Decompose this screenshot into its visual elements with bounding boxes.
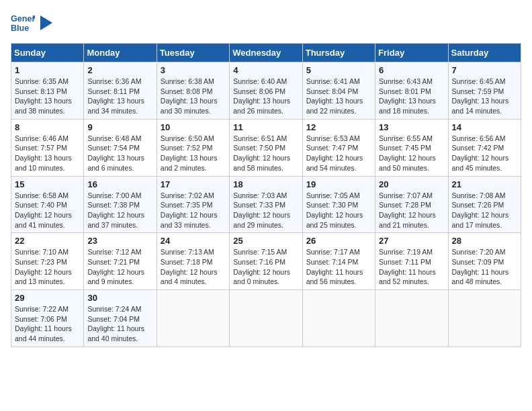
day-info: Sunrise: 7:17 AM Sunset: 7:14 PM Dayligh… — [306, 247, 371, 287]
weekday-header: Thursday — [302, 44, 375, 62]
weekday-header: Saturday — [448, 44, 521, 62]
day-number: 14 — [452, 122, 517, 132]
day-info: Sunrise: 7:13 AM Sunset: 7:18 PM Dayligh… — [161, 247, 226, 287]
day-info: Sunrise: 6:53 AM Sunset: 7:47 PM Dayligh… — [306, 134, 371, 173]
calendar-cell: 8Sunrise: 6:46 AM Sunset: 7:57 PM Daylig… — [11, 119, 84, 176]
calendar-cell: 24Sunrise: 7:13 AM Sunset: 7:18 PM Dayli… — [157, 233, 229, 290]
day-info: Sunrise: 6:55 AM Sunset: 7:45 PM Dayligh… — [379, 134, 444, 173]
day-info: Sunrise: 6:58 AM Sunset: 7:40 PM Dayligh… — [15, 191, 80, 230]
svg-marker-3 — [40, 15, 52, 30]
day-info: Sunrise: 6:36 AM Sunset: 8:11 PM Dayligh… — [87, 77, 152, 116]
calendar-cell: 13Sunrise: 6:55 AM Sunset: 7:45 PM Dayli… — [375, 119, 448, 176]
calendar-cell: 20Sunrise: 7:07 AM Sunset: 7:28 PM Dayli… — [375, 176, 448, 233]
day-number: 11 — [233, 122, 298, 132]
day-number: 25 — [233, 236, 298, 246]
calendar-cell — [157, 290, 229, 347]
calendar-cell: 16Sunrise: 7:00 AM Sunset: 7:38 PM Dayli… — [84, 176, 157, 233]
logo-arrow-icon — [40, 15, 52, 30]
day-number: 7 — [452, 65, 517, 75]
calendar-cell: 22Sunrise: 7:10 AM Sunset: 7:23 PM Dayli… — [11, 233, 84, 290]
calendar-cell: 18Sunrise: 7:03 AM Sunset: 7:33 PM Dayli… — [230, 176, 302, 233]
calendar-cell: 27Sunrise: 7:19 AM Sunset: 7:11 PM Dayli… — [375, 233, 448, 290]
calendar-cell: 11Sunrise: 6:51 AM Sunset: 7:50 PM Dayli… — [230, 119, 302, 176]
logo-icon: General Blue — [11, 11, 35, 35]
day-number: 1 — [15, 65, 80, 75]
weekday-header-row: SundayMondayTuesdayWednesdayThursdayFrid… — [11, 44, 521, 62]
day-info: Sunrise: 6:45 AM Sunset: 7:59 PM Dayligh… — [452, 77, 517, 116]
calendar-header: SundayMondayTuesdayWednesdayThursdayFrid… — [11, 44, 521, 62]
day-info: Sunrise: 6:43 AM Sunset: 8:01 PM Dayligh… — [379, 77, 444, 116]
calendar-cell: 9Sunrise: 6:48 AM Sunset: 7:54 PM Daylig… — [84, 119, 157, 176]
logo: General Blue — [11, 11, 52, 35]
day-info: Sunrise: 6:41 AM Sunset: 8:04 PM Dayligh… — [306, 77, 371, 116]
day-number: 30 — [87, 293, 152, 303]
calendar-cell — [302, 290, 375, 347]
calendar-week-row: 1Sunrise: 6:35 AM Sunset: 8:13 PM Daylig… — [11, 62, 521, 120]
day-info: Sunrise: 7:05 AM Sunset: 7:30 PM Dayligh… — [306, 191, 371, 230]
calendar-cell: 23Sunrise: 7:12 AM Sunset: 7:21 PM Dayli… — [84, 233, 157, 290]
calendar-cell: 21Sunrise: 7:08 AM Sunset: 7:26 PM Dayli… — [448, 176, 521, 233]
day-number: 18 — [233, 179, 298, 189]
day-info: Sunrise: 7:20 AM Sunset: 7:09 PM Dayligh… — [452, 247, 517, 287]
weekday-header: Wednesday — [230, 44, 302, 62]
day-number: 12 — [306, 122, 371, 132]
day-number: 3 — [161, 65, 226, 75]
calendar-week-row: 15Sunrise: 6:58 AM Sunset: 7:40 PM Dayli… — [11, 176, 521, 233]
day-info: Sunrise: 6:38 AM Sunset: 8:08 PM Dayligh… — [161, 77, 226, 116]
day-info: Sunrise: 6:48 AM Sunset: 7:54 PM Dayligh… — [87, 134, 152, 173]
day-info: Sunrise: 7:08 AM Sunset: 7:26 PM Dayligh… — [452, 191, 517, 230]
calendar-cell — [448, 290, 521, 347]
calendar-cell: 5Sunrise: 6:41 AM Sunset: 8:04 PM Daylig… — [302, 62, 375, 120]
day-number: 10 — [161, 122, 226, 132]
calendar-cell: 14Sunrise: 6:56 AM Sunset: 7:42 PM Dayli… — [448, 119, 521, 176]
weekday-header: Monday — [84, 44, 157, 62]
calendar-table: SundayMondayTuesdayWednesdayThursdayFrid… — [11, 43, 521, 347]
day-info: Sunrise: 6:46 AM Sunset: 7:57 PM Dayligh… — [15, 134, 80, 173]
day-number: 13 — [379, 122, 444, 132]
day-info: Sunrise: 6:50 AM Sunset: 7:52 PM Dayligh… — [161, 134, 226, 173]
day-info: Sunrise: 7:12 AM Sunset: 7:21 PM Dayligh… — [87, 247, 152, 287]
day-info: Sunrise: 7:15 AM Sunset: 7:16 PM Dayligh… — [233, 247, 298, 287]
day-info: Sunrise: 7:02 AM Sunset: 7:35 PM Dayligh… — [161, 191, 226, 230]
calendar-week-row: 8Sunrise: 6:46 AM Sunset: 7:57 PM Daylig… — [11, 119, 521, 176]
day-number: 2 — [87, 65, 152, 75]
day-number: 4 — [233, 65, 298, 75]
day-number: 24 — [161, 236, 226, 246]
calendar-cell: 1Sunrise: 6:35 AM Sunset: 8:13 PM Daylig… — [11, 62, 84, 120]
day-info: Sunrise: 7:24 AM Sunset: 7:04 PM Dayligh… — [87, 304, 152, 344]
day-info: Sunrise: 7:07 AM Sunset: 7:28 PM Dayligh… — [379, 191, 444, 230]
calendar-cell: 26Sunrise: 7:17 AM Sunset: 7:14 PM Dayli… — [302, 233, 375, 290]
calendar-cell: 25Sunrise: 7:15 AM Sunset: 7:16 PM Dayli… — [230, 233, 302, 290]
calendar-cell: 17Sunrise: 7:02 AM Sunset: 7:35 PM Dayli… — [157, 176, 229, 233]
day-number: 6 — [379, 65, 444, 75]
calendar-week-row: 22Sunrise: 7:10 AM Sunset: 7:23 PM Dayli… — [11, 233, 521, 290]
day-info: Sunrise: 7:03 AM Sunset: 7:33 PM Dayligh… — [233, 191, 298, 230]
day-info: Sunrise: 7:00 AM Sunset: 7:38 PM Dayligh… — [87, 191, 152, 230]
day-number: 9 — [87, 122, 152, 132]
calendar-cell — [230, 290, 302, 347]
day-number: 22 — [15, 236, 80, 246]
day-number: 20 — [379, 179, 444, 189]
day-number: 23 — [87, 236, 152, 246]
day-number: 8 — [15, 122, 80, 132]
day-number: 19 — [306, 179, 371, 189]
svg-text:Blue: Blue — [11, 24, 29, 33]
day-info: Sunrise: 6:35 AM Sunset: 8:13 PM Dayligh… — [15, 77, 80, 116]
day-number: 28 — [452, 236, 517, 246]
day-number: 16 — [87, 179, 152, 189]
calendar-cell: 4Sunrise: 6:40 AM Sunset: 8:06 PM Daylig… — [230, 62, 302, 120]
calendar-cell: 7Sunrise: 6:45 AM Sunset: 7:59 PM Daylig… — [448, 62, 521, 120]
calendar-week-row: 29Sunrise: 7:22 AM Sunset: 7:06 PM Dayli… — [11, 290, 521, 347]
calendar-cell: 12Sunrise: 6:53 AM Sunset: 7:47 PM Dayli… — [302, 119, 375, 176]
calendar-cell: 6Sunrise: 6:43 AM Sunset: 8:01 PM Daylig… — [375, 62, 448, 120]
day-info: Sunrise: 7:10 AM Sunset: 7:23 PM Dayligh… — [15, 247, 80, 287]
weekday-header: Tuesday — [157, 44, 229, 62]
calendar-cell: 29Sunrise: 7:22 AM Sunset: 7:06 PM Dayli… — [11, 290, 84, 347]
weekday-header: Friday — [375, 44, 448, 62]
day-number: 5 — [306, 65, 371, 75]
day-number: 29 — [15, 293, 80, 303]
calendar-cell: 30Sunrise: 7:24 AM Sunset: 7:04 PM Dayli… — [84, 290, 157, 347]
day-info: Sunrise: 6:51 AM Sunset: 7:50 PM Dayligh… — [233, 134, 298, 173]
calendar-cell — [375, 290, 448, 347]
day-info: Sunrise: 7:22 AM Sunset: 7:06 PM Dayligh… — [15, 304, 80, 344]
